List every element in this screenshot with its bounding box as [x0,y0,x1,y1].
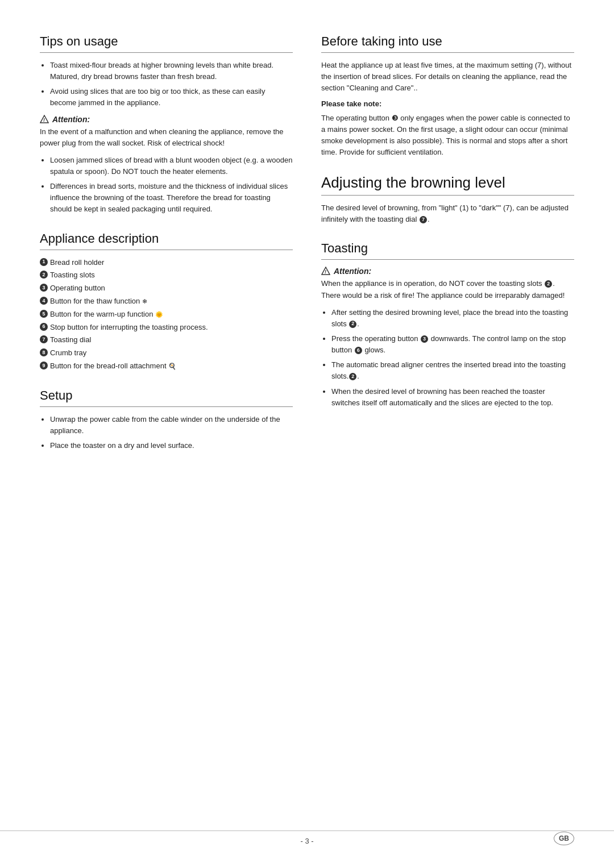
tips-on-usage-title: Tips on usage [40,34,293,53]
breadroll-icon: 🍳 [168,363,176,369]
appliance-numbered-list: 1Bread roll holder 2Toasting slots 3Oper… [40,257,293,372]
appliance-description-section: Appliance description 1Bread roll holder… [40,231,293,372]
appliance-description-title: Appliance description [40,231,293,250]
toasting-title: Toasting [321,241,574,260]
warning-icon-1: ! [40,115,49,124]
list-item: Place the toaster on a dry and level sur… [50,440,293,451]
list-item: 1Bread roll holder [40,257,293,269]
list-item: 4Button for the thaw function ❄ [40,296,293,308]
toasting-bullets: After setting the desired browning level… [321,307,574,409]
toasting-section: Toasting ! Attention: When the appliance… [321,241,574,408]
num-badge-3a: 3 [421,335,428,343]
toasting-attention-box: ! Attention: When the appliance is in op… [321,267,574,301]
num-badge: 4 [40,297,48,305]
list-item: Press the operating button 3 downwards. … [331,333,574,356]
list-item: 8Crumb tray [40,347,293,359]
list-item: 6Stop button for interrupting the toasti… [40,322,293,334]
list-item: 2Toasting slots [40,269,293,281]
num-badge: 9 [40,362,48,369]
before-taking-intro: Heat the appliance up at least five time… [321,60,574,94]
warning-icon-2: ! [321,267,330,276]
svg-text:!: ! [43,117,45,123]
num-badge-2a: 2 [545,280,552,288]
adjusting-browning-title: Adjusting the browning level [321,174,574,196]
list-item: When the desired level of browning has b… [331,386,574,409]
attention-box-1: ! Attention: In the event of a malfuncti… [40,115,293,149]
list-item: 5Button for the warm-up function 🌞 [40,309,293,321]
setup-section: Setup Unwrap the power cable from the ca… [40,388,293,451]
num-badge-2b: 2 [349,321,356,328]
before-taking-section: Before taking into use Heat the applianc… [321,34,574,158]
num-badge: 1 [40,258,48,266]
num-badge: 5 [40,310,48,318]
list-item: Unwrap the power cable from the cable wi… [50,414,293,437]
page-number: - 3 - [300,837,313,845]
please-note-text: The operating button ❸ only engages when… [321,113,574,159]
tips-bullets-1: Toast mixed-flour breads at higher brown… [40,60,293,109]
warmup-icon: 🌞 [155,311,163,318]
tips-on-usage-section: Tips on usage Toast mixed-flour breads a… [40,34,293,215]
num-badge: 3 [40,284,48,292]
attention-text-1: In the event of a malfunction and when c… [40,126,293,149]
num-badge-2c: 2 [349,373,356,380]
list-item: 9Button for the bread-roll attachment 🍳 [40,360,293,372]
list-item: Differences in bread sorts, moisture and… [50,181,293,215]
locale-badge: GB [554,832,574,845]
please-note-label: Please take note: [321,98,574,110]
list-item: Toast mixed-flour breads at higher brown… [50,60,293,82]
toasting-attention-title: ! Attention: [321,267,574,276]
toasting-attention-text: When the appliance is in operation, do N… [321,278,574,301]
list-item: 3Operating button [40,283,293,294]
list-item: Loosen jammed slices of bread with a blu… [50,155,293,177]
bottom-bar: - 3 - [0,830,614,845]
svg-text:!: ! [325,269,326,275]
list-item: After setting the desired browning level… [331,307,574,330]
num-badge-7: 7 [420,216,427,223]
before-taking-title: Before taking into use [321,34,574,53]
num-badge: 8 [40,348,48,356]
list-item: 7Toasting dial [40,334,293,346]
adjusting-browning-section: Adjusting the browning level The desired… [321,174,574,225]
list-item: Avoid using slices that are too big or t… [50,86,293,109]
adjusting-browning-text: The desired level of browning, from "lig… [321,202,574,225]
setup-title: Setup [40,388,293,407]
num-badge-6a: 6 [355,347,362,354]
attention-label-1: Attention: [52,115,90,124]
num-badge: 6 [40,323,48,331]
list-item: The automatic bread aligner centres the … [331,359,574,382]
num-badge: 2 [40,271,48,279]
num-badge: 7 [40,335,48,343]
toasting-attention-label: Attention: [334,267,371,276]
tips-bullets-2: Loosen jammed slices of bread with a blu… [40,155,293,215]
setup-bullets: Unwrap the power cable from the cable wi… [40,414,293,451]
attention-title-1: ! Attention: [40,115,293,124]
thaw-icon: ❄ [142,298,147,305]
